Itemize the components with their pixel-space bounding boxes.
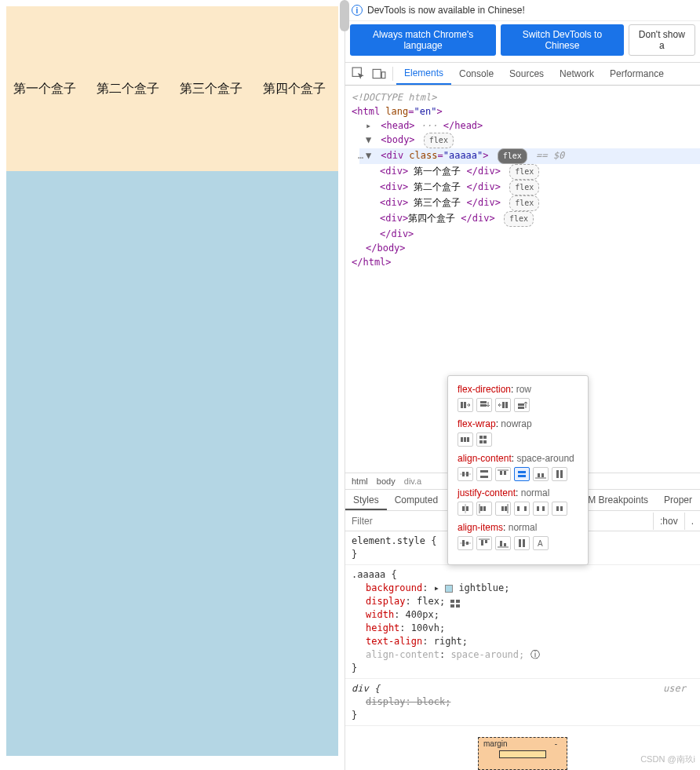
svg-rect-29	[504, 471, 506, 475]
svg-rect-21	[483, 440, 487, 443]
user-agent-label: user	[663, 682, 694, 695]
scrollbar-thumb[interactable]	[340, 0, 349, 31]
svg-rect-36	[560, 470, 563, 478]
expand-head-icon[interactable]: ▸	[366, 119, 374, 133]
prop-height-name[interactable]: height	[366, 622, 399, 633]
flex-direction-row-reverse-icon[interactable]	[495, 398, 511, 412]
child-2-text[interactable]: 第二个盒子	[408, 181, 466, 192]
align-content-end-icon[interactable]	[533, 467, 549, 481]
crumb-div[interactable]: div.a	[404, 476, 421, 486]
justify-content-end-icon[interactable]	[495, 502, 511, 516]
switch-chinese-button[interactable]: Switch DevTools to Chinese	[501, 24, 624, 56]
svg-rect-18	[479, 436, 483, 439]
flex-wrap-nowrap-icon[interactable]	[458, 432, 473, 447]
flex-badge-child1[interactable]: flex	[509, 164, 539, 180]
tab-console[interactable]: Console	[451, 64, 501, 84]
tab-sources[interactable]: Sources	[501, 64, 552, 84]
align-items-start-icon[interactable]	[476, 536, 492, 550]
justify-content-between-icon[interactable]	[514, 502, 530, 516]
align-items-end-icon[interactable]	[495, 536, 511, 550]
prop-display-name[interactable]: display	[366, 596, 406, 607]
flex-badge-child3[interactable]: flex	[509, 195, 539, 211]
prop-align-content-value[interactable]: space-around;	[450, 649, 524, 660]
dont-show-button[interactable]: Don't show a	[629, 24, 695, 56]
justify-content-evenly-icon[interactable]	[552, 502, 567, 516]
crumb-html[interactable]: html	[352, 476, 368, 486]
cls-toggle[interactable]: .	[684, 513, 700, 530]
justify-content-around-icon[interactable]	[533, 502, 549, 516]
box-model-border[interactable]	[499, 750, 546, 758]
flex-badge-aaaaa[interactable]: flex	[498, 148, 527, 164]
subtab-styles[interactable]: Styles	[345, 490, 387, 510]
page-body-lightblue: 第一个盒子 第二个盒子 第三个盒子 第四个盒子	[6, 6, 338, 756]
selected-element[interactable]: ▼ <div class="aaaaa"> flex == $0	[359, 148, 700, 164]
flex-badge-child2[interactable]: flex	[509, 180, 539, 195]
prop-background-value[interactable]: ightblue;	[458, 582, 509, 593]
child-3-text[interactable]: 第三个盒子	[408, 197, 466, 208]
prop-display-value[interactable]: flex;	[417, 596, 445, 607]
close-brace-3: }	[352, 709, 694, 722]
align-content-between-icon[interactable]	[476, 467, 492, 481]
prop-display-block-name[interactable]: display	[366, 696, 406, 707]
margin-top-value[interactable]: -	[555, 739, 557, 748]
justify-content-start-icon[interactable]	[476, 502, 492, 516]
child-4-text[interactable]: 第四个盒子	[408, 213, 461, 224]
pop-flex-wrap-value: nowrap	[501, 418, 531, 429]
crumb-body[interactable]: body	[377, 476, 396, 486]
head-tag[interactable]: <head>	[381, 120, 414, 131]
prop-background-name[interactable]: background	[366, 582, 422, 593]
prop-text-align-value[interactable]: right;	[434, 636, 468, 647]
tab-network[interactable]: Network	[552, 64, 602, 84]
margin-label: margin	[483, 739, 508, 748]
always-match-button[interactable]: Always match Chrome's language	[350, 24, 496, 56]
inspect-element-icon[interactable]	[352, 67, 366, 81]
align-content-center-icon[interactable]	[458, 467, 473, 481]
style-rule-div[interactable]: div {user display: block; }	[345, 679, 700, 726]
page-scrollbar[interactable]	[340, 0, 349, 770]
prop-width-name[interactable]: width	[366, 609, 394, 620]
justify-content-center-icon[interactable]	[458, 502, 473, 516]
prop-height-value[interactable]: 100vh;	[411, 622, 445, 633]
svg-rect-60	[504, 543, 506, 546]
device-toolbar-icon[interactable]	[372, 67, 386, 81]
align-items-baseline-icon[interactable]: A	[533, 536, 549, 550]
color-swatch-icon[interactable]	[445, 585, 453, 593]
subtab-computed[interactable]: Computed	[387, 490, 446, 510]
flex-badge-child4[interactable]: flex	[504, 211, 534, 227]
html-open-tag[interactable]: <html lang="en">	[352, 106, 443, 117]
align-content-stretch-icon[interactable]	[552, 467, 567, 481]
svg-rect-50	[556, 506, 559, 511]
prop-display-block-value[interactable]: block;	[417, 696, 450, 707]
svg-rect-5	[450, 604, 454, 608]
expand-body-icon[interactable]: ▼	[366, 133, 374, 147]
svg-rect-54	[466, 542, 468, 545]
tab-performance[interactable]: Performance	[602, 64, 672, 84]
align-content-around-icon[interactable]	[514, 467, 530, 481]
align-items-center-icon[interactable]	[458, 536, 473, 550]
flex-wrap-wrap-icon[interactable]	[476, 432, 492, 447]
selector-div: div {	[352, 682, 380, 695]
child-1-text[interactable]: 第一个盒子	[408, 166, 466, 177]
body-tag[interactable]: <body>	[381, 134, 414, 145]
hov-toggle[interactable]: :hov	[653, 513, 684, 530]
svg-text:A: A	[538, 539, 543, 548]
box-model-margin[interactable]: margin -	[478, 737, 567, 770]
subtab-breakpoints[interactable]: M Breakpoints	[580, 490, 656, 510]
expand-div-icon[interactable]: ▼	[366, 148, 374, 162]
prop-width-value[interactable]: 400px;	[406, 609, 439, 620]
align-content-start-icon[interactable]	[495, 467, 511, 481]
prop-text-align-name[interactable]: text-align	[366, 636, 422, 647]
align-items-stretch-icon[interactable]	[514, 536, 530, 550]
flex-direction-column-icon[interactable]	[476, 398, 492, 412]
svg-rect-48	[537, 506, 539, 511]
style-rule-aaaaa[interactable]: .aaaaa { background: ▸ ightblue; display…	[345, 565, 700, 679]
dom-tree[interactable]: <!DOCTYPE html> <html lang="en"> ▸ <head…	[345, 86, 700, 274]
flex-editor-icon[interactable]	[450, 598, 460, 606]
prop-align-content-name[interactable]: align-content	[366, 649, 439, 660]
flex-direction-row-icon[interactable]	[458, 398, 473, 412]
subtab-properties[interactable]: Proper	[656, 490, 700, 510]
flex-direction-column-reverse-icon[interactable]	[514, 398, 530, 412]
flex-badge-body[interactable]: flex	[424, 133, 454, 148]
tab-elements[interactable]: Elements	[396, 63, 451, 85]
svg-rect-11	[505, 402, 508, 408]
